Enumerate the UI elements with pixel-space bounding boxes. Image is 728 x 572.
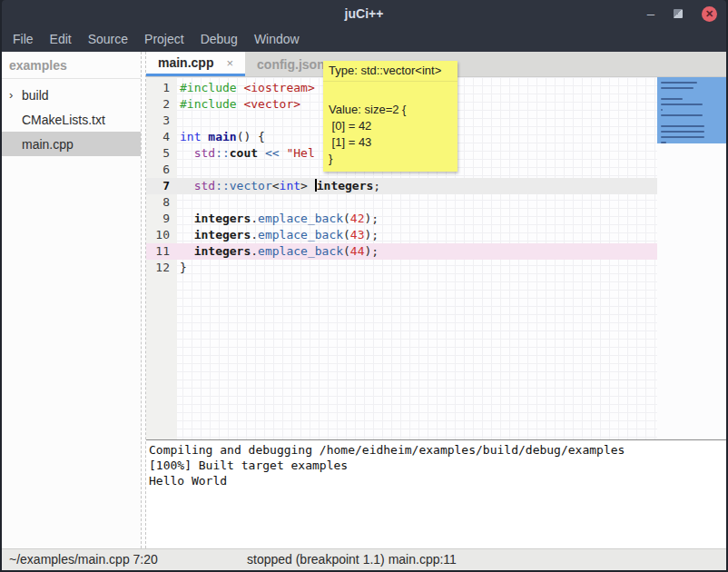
minimap-code-bar [661, 82, 697, 84]
token-fn: emplace_back [258, 212, 343, 225]
line-number: 7 [146, 178, 177, 194]
token-b: integers [194, 244, 251, 258]
token-pl: ( [343, 244, 350, 258]
menu-item-edit[interactable]: Edit [42, 27, 80, 52]
token-b: cout [230, 146, 258, 160]
title-bar: juCi++ – ✕ [2, 0, 726, 27]
output-line: Hello World [149, 473, 726, 488]
token-fn: emplace_back [258, 244, 343, 258]
token-pl: . [251, 212, 258, 225]
status-file-position: ~/examples/main.cpp 7:20 [9, 549, 158, 570]
token-pl: < [272, 179, 280, 192]
restore-icon[interactable] [674, 9, 683, 18]
build-output-panel[interactable]: Compiling and debugging /home/eidheim/ex… [146, 440, 726, 548]
token-fn: << [265, 146, 280, 160]
tab-label: main.cpp [158, 55, 213, 70]
code-line[interactable]: 9 integers.emplace_back(42); [146, 211, 726, 227]
code-text: std::vector<int> integers; [177, 178, 657, 194]
token-pl: ); [365, 244, 379, 258]
code-text: integers.emplace_back(44); [177, 243, 657, 260]
minimap-code-bar [661, 104, 703, 105]
tree-item-label: build [22, 88, 49, 103]
code-text: integers.emplace_back(42); [177, 211, 657, 227]
token-pp: #include [180, 97, 237, 111]
code-text: integers.emplace_back(43); [177, 227, 657, 243]
line-number: 10 [146, 227, 177, 243]
line-number: 1 [146, 80, 177, 96]
token-b: integers [194, 228, 251, 242]
token-def: main [208, 130, 236, 143]
menu-bar: FileEditSourceProjectDebugWindow [2, 27, 726, 52]
token-pl [180, 179, 194, 192]
token-fn: :: [215, 179, 230, 192]
line-number: 2 [146, 96, 177, 113]
sidebar-item-cmakelists-txt[interactable]: CMakeLists.txt [2, 107, 141, 132]
chevron-right-icon[interactable]: › [9, 88, 22, 102]
line-number: 3 [146, 113, 177, 129]
menu-item-debug[interactable]: Debug [192, 27, 246, 52]
menu-item-file[interactable]: File [5, 27, 42, 52]
line-number: 6 [146, 162, 177, 178]
token-pl: ( [343, 228, 350, 242]
menu-item-window[interactable]: Window [246, 27, 308, 52]
token-fn: :: [215, 146, 230, 160]
minimap-code-bar [661, 87, 694, 89]
token-kw: int [280, 179, 300, 192]
output-line: [100%] Built target examples [149, 458, 726, 473]
minimap-code-bar [661, 136, 704, 138]
sidebar-item-main-cpp[interactable]: main.cpp [2, 132, 141, 156]
minimap[interactable] [657, 77, 726, 439]
code-line[interactable]: 7 std::vector<int> integers; [146, 178, 726, 194]
tab-main-cpp[interactable]: main.cpp× [146, 52, 245, 76]
token-pl [180, 146, 194, 160]
menu-item-source[interactable]: Source [80, 27, 136, 52]
token-b: integers [194, 212, 251, 225]
menu-item-project[interactable]: Project [136, 27, 192, 52]
code-line[interactable]: 12} [146, 260, 726, 276]
token-b: integers [317, 179, 374, 192]
tooltip-value-line: [1] = 43 [329, 134, 452, 151]
token-inc: <vector> [243, 97, 300, 111]
editor-pane: main.cpp×config.json 1#include <iostream… [146, 52, 726, 548]
project-name-header: examples [2, 52, 141, 79]
token-fn: vector [230, 179, 272, 192]
status-bar: ~/examples/main.cpp 7:20 stopped (breakp… [2, 548, 726, 570]
line-number: 9 [146, 211, 177, 227]
code-line[interactable]: 11 integers.emplace_back(44); [146, 243, 726, 260]
token-pl: ( [343, 212, 350, 225]
tab-close-icon[interactable]: × [226, 56, 233, 70]
minimap-code-bar [661, 125, 704, 127]
app-window: juCi++ – ✕ FileEditSourceProjectDebugWin… [0, 0, 728, 572]
tree-item-label: CMakeLists.txt [22, 113, 105, 127]
token-pl: } [180, 261, 187, 274]
code-text [177, 194, 657, 211]
status-debug-state: stopped (breakpoint 1.1) main.cpp:11 [247, 549, 457, 570]
token-pl: ); [365, 228, 379, 242]
token-num: 44 [350, 244, 365, 258]
tooltip-value-block: Value: size=2 { [0] = 42 [1] = 43} [323, 82, 457, 172]
token-pl [258, 146, 265, 160]
sidebar-item-build[interactable]: ›build [2, 83, 141, 107]
minimap-code-bar [661, 109, 663, 111]
token-ns: std [194, 179, 215, 192]
token-kw: int [180, 130, 201, 143]
line-number: 5 [146, 145, 177, 162]
code-line[interactable]: 8 [146, 194, 726, 211]
code-line[interactable]: 10 integers.emplace_back(43); [146, 227, 726, 243]
token-pl [180, 212, 194, 225]
token-pl: ); [365, 212, 379, 225]
minimap-viewport[interactable] [657, 77, 726, 143]
token-pl: . [251, 244, 258, 258]
minimap-code-bar [661, 98, 683, 100]
line-number: 4 [146, 129, 177, 145]
line-number: 11 [146, 243, 177, 260]
output-line: Compiling and debugging /home/eidheim/ex… [149, 442, 726, 458]
close-icon[interactable]: ✕ [702, 6, 717, 22]
minimize-icon[interactable]: – [647, 9, 654, 18]
file-tree-sidebar: examples ›buildCMakeLists.txtmain.cpp [2, 52, 141, 548]
minimap-code-bar [661, 114, 703, 116]
code-text: } [177, 260, 657, 276]
tooltip-type-line: Type: std::vector<int> [323, 61, 457, 82]
token-pl: () { [237, 130, 265, 143]
token-num: 42 [350, 212, 365, 225]
